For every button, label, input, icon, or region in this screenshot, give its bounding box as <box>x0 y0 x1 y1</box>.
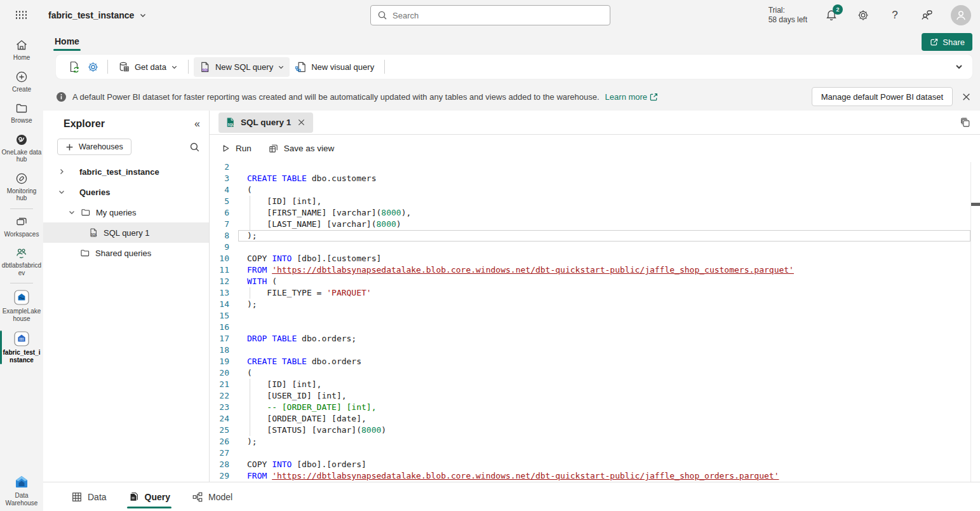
line-number: 15 <box>210 310 238 322</box>
table-icon <box>71 491 83 503</box>
learn-more-link[interactable]: Learn more <box>605 92 658 102</box>
code-line[interactable]: 10COPY INTO [dbo].[customers] <box>210 253 970 264</box>
workspace-switcher[interactable]: fabric_test_instance <box>48 10 147 20</box>
code-line[interactable]: 17DROP TABLE dbo.orders; <box>210 333 970 344</box>
collapse-explorer-icon[interactable]: « <box>194 118 200 130</box>
trial-status: Trial: 58 days left <box>769 6 807 25</box>
search-input[interactable] <box>393 11 603 20</box>
rail-item-example-lakehouse[interactable]: ExampleLakehouse <box>0 285 43 327</box>
svg-text:SQL: SQL <box>91 233 97 236</box>
code-line[interactable]: 25 [STATUS] [varchar](8000) <box>210 425 970 436</box>
code-line[interactable]: 18 <box>210 344 970 356</box>
rail-item-create[interactable]: Create <box>0 66 43 98</box>
view-tab-model[interactable]: Model <box>184 482 240 511</box>
code-line[interactable]: 5 [ID] [int], <box>210 196 970 207</box>
line-number: 12 <box>210 276 238 287</box>
manage-dataset-button[interactable]: Manage default Power BI dataset <box>812 87 953 106</box>
account-avatar[interactable] <box>951 5 971 25</box>
tree-item-queries[interactable]: Queries <box>43 182 209 202</box>
code-line[interactable]: 9 <box>210 242 970 253</box>
tree-item-fabric-test-instance[interactable]: fabric_test_instance <box>43 161 209 182</box>
tree-item-my-queries[interactable]: My queries <box>43 202 209 222</box>
new-sql-query-button[interactable]: SQL New SQL query <box>194 57 290 77</box>
code-line[interactable]: 15 <box>210 310 970 322</box>
tree-item-shared-queries[interactable]: Shared queries <box>43 243 209 263</box>
code-line[interactable]: 22 [USER_ID] [int], <box>210 390 970 402</box>
code-line[interactable]: 24 [ORDER_DATE] [date], <box>210 413 970 425</box>
code-line[interactable]: 20( <box>210 367 970 379</box>
global-search[interactable] <box>370 5 610 25</box>
code-line[interactable]: 16 <box>210 322 970 333</box>
code-line[interactable]: 3CREATE TABLE dbo.customers <box>210 173 970 184</box>
share-button[interactable]: Share <box>922 33 972 51</box>
help-button[interactable]: ? <box>887 8 903 23</box>
tab-home[interactable]: Home <box>53 32 81 52</box>
refresh-dataset-button[interactable] <box>65 57 84 77</box>
code-line[interactable]: 8); <box>210 230 970 242</box>
run-button[interactable]: Run <box>221 144 252 153</box>
editor-scrollbar[interactable] <box>970 162 980 482</box>
copy-icon[interactable] <box>960 117 971 128</box>
close-tab-icon[interactable] <box>296 117 307 128</box>
sql-file-icon: SQL <box>225 117 236 128</box>
code-line[interactable]: 27 <box>210 447 970 459</box>
query-tab-title: SQL query 1 <box>241 118 291 127</box>
query-tab[interactable]: SQL SQL query 1 <box>218 112 313 133</box>
view-tab-data[interactable]: Data <box>64 482 114 511</box>
file-refresh-icon <box>68 60 81 73</box>
rail-item-onelake-data-hub[interactable]: OneLake data hub <box>0 129 43 168</box>
workspaces-icon <box>15 215 29 229</box>
rail-item-fabric-test-instance[interactable]: fabric_test_instance <box>0 327 43 368</box>
ribbon: Get data SQL New SQL query New visual qu… <box>43 53 980 83</box>
code-line[interactable]: 29FROM 'https://dbtlabsynapsedatalake.bl… <box>210 470 970 482</box>
code-line[interactable]: 2 <box>210 161 970 173</box>
save-as-view-button[interactable]: Save as view <box>268 143 335 154</box>
code-line[interactable]: 4( <box>210 184 970 196</box>
explorer-search-icon[interactable] <box>189 142 200 153</box>
code-line[interactable]: 11FROM 'https://dbtlabsynapsedatalake.bl… <box>210 264 970 276</box>
rail-item-workspaces[interactable]: Workspaces <box>0 211 43 243</box>
rail-item-home[interactable]: Home <box>0 34 43 66</box>
line-number: 16 <box>210 322 238 333</box>
code-line[interactable]: 14); <box>210 299 970 310</box>
code-line[interactable]: 23 -- [ORDER_DATE] [int], <box>210 402 970 413</box>
tree-item-sql-query-1[interactable]: SQL SQL query 1 <box>43 222 209 243</box>
get-data-button[interactable]: Get data <box>113 57 183 77</box>
view-tab-query[interactable]: Query <box>121 482 178 511</box>
code-line[interactable]: 7 [LAST_NAME] [varchar](8000) <box>210 219 970 230</box>
ribbon-settings-button[interactable] <box>84 57 102 77</box>
code-line[interactable]: 28COPY INTO [dbo].[orders] <box>210 459 970 470</box>
search-icon <box>377 10 387 20</box>
rail-item-monitoring-hub[interactable]: Monitoring hub <box>0 168 43 207</box>
external-link-icon <box>650 93 658 101</box>
rail-item-browse[interactable]: Browse <box>0 97 43 129</box>
code-line[interactable]: 6 [FIRST_NAME] [varchar](8000), <box>210 207 970 219</box>
person-icon <box>955 9 967 22</box>
feedback-button[interactable] <box>919 8 934 23</box>
code-line[interactable]: 26); <box>210 436 970 447</box>
banner-message: A default Power BI dataset for faster re… <box>72 92 600 102</box>
chevron-down-icon <box>139 11 147 19</box>
code-line[interactable]: 13 FILE_TYPE = 'PARQUET' <box>210 287 970 299</box>
rail-item-data-warehouse-app[interactable]: Data Warehouse <box>0 470 43 511</box>
explorer-title: Explorer <box>64 118 105 130</box>
line-number: 19 <box>210 356 238 367</box>
line-number: 22 <box>210 390 238 402</box>
chevron-down-icon <box>278 64 285 71</box>
code-line[interactable]: 21 [ID] [int], <box>210 379 970 390</box>
save-as-view-icon <box>268 143 279 154</box>
banner-close-button[interactable] <box>962 92 971 102</box>
rail-item-dbt-workspace[interactable]: dbtlabsfabricdev <box>0 242 43 281</box>
chevron-right-icon <box>58 168 65 175</box>
new-visual-query-button[interactable]: New visual query <box>290 57 379 77</box>
app-launcher-icon[interactable] <box>16 11 28 20</box>
line-number: 2 <box>210 161 238 173</box>
collapse-ribbon-icon[interactable] <box>955 62 963 71</box>
line-number: 21 <box>210 379 238 390</box>
settings-button[interactable] <box>856 8 871 23</box>
code-editor[interactable]: 23CREATE TABLE dbo.customers4(5 [ID] [in… <box>210 161 980 482</box>
code-line[interactable]: 19CREATE TABLE dbo.orders <box>210 356 970 367</box>
code-line[interactable]: 12WITH ( <box>210 276 970 287</box>
notifications-button[interactable]: 2 <box>824 8 839 23</box>
add-warehouses-button[interactable]: Warehouses <box>57 139 131 155</box>
